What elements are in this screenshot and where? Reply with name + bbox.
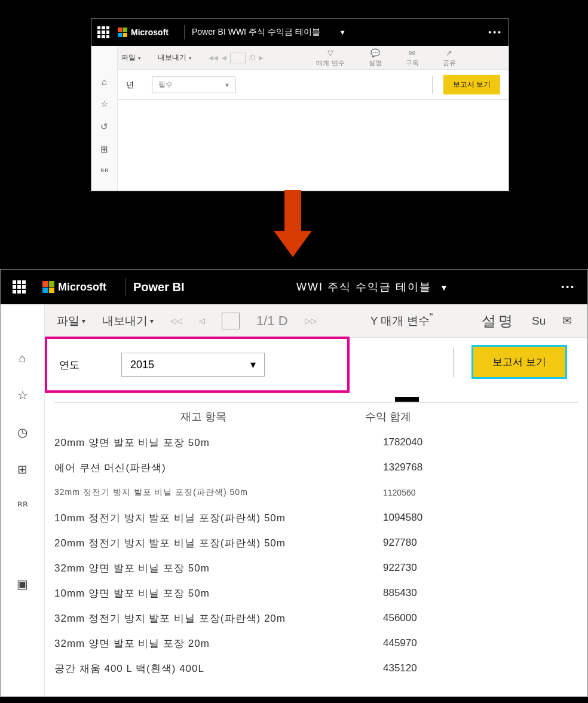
comments-button[interactable]: 설명	[482, 311, 515, 331]
chevron-down-icon: ▾	[225, 81, 229, 89]
first-page-icon[interactable]: ◁◁	[170, 316, 182, 325]
row-value: 922730	[353, 562, 578, 574]
bottom-header: Microsoft Power BI WWI 주식 수익금 테이블 ▼ •••	[1, 270, 587, 304]
home-icon[interactable]: ⌂	[14, 351, 32, 365]
col-revenue[interactable]: 수익 합계	[353, 409, 578, 424]
row-value: 1094580	[353, 512, 578, 524]
row-value: 445970	[353, 637, 578, 649]
table-row[interactable]: 공간 채움 400 L 백(흰색) 400L435120	[54, 656, 578, 681]
prev-page-icon[interactable]: ◁	[199, 316, 205, 325]
hamburger-icon[interactable]	[14, 314, 32, 328]
down-arrow-icon	[275, 190, 311, 262]
export-menu[interactable]: 내보내기▾	[102, 313, 154, 329]
table-row[interactable]: 20mm 양면 발포 비닐 포장 50m1782040	[54, 430, 578, 455]
table-row[interactable]: 32mm 양면 발포 비닐 포장 20m445970	[54, 631, 578, 656]
year-label: 연도	[59, 358, 79, 372]
table-row[interactable]: 20mm 정전기 방지 발포 비닐 포장(파란색) 50m927780	[54, 530, 578, 555]
powerbi-text: Power BI	[133, 280, 185, 294]
table-row[interactable]: 32mm 양면 발포 비닐 포장 50m922730	[54, 555, 578, 580]
top-window: Microsoft Power BI WWI 주식 수익금 테이블 ▼ ••• …	[91, 18, 509, 191]
chevron-down-icon[interactable]: ▼	[339, 29, 346, 36]
apps-icon[interactable]: ⊞	[14, 462, 32, 476]
table-row[interactable]: 10mm 양면 발포 비닐 포장 50m885430	[54, 580, 578, 606]
microsoft-text: Microsoft	[58, 281, 106, 294]
table-header: 재고 항목 수익 합계	[54, 402, 578, 430]
recent-icon[interactable]: ↺	[99, 121, 110, 132]
divider	[184, 25, 185, 39]
row-item: 32mm 양면 발포 비닐 포장 50m	[54, 561, 353, 575]
divider	[432, 76, 433, 94]
row-item: 32mm 정전기 방지 발포 비닐 포장(파란색) 20m	[54, 612, 353, 625]
star-icon[interactable]: ☆	[99, 99, 110, 109]
comments-button[interactable]: 💬설명	[369, 48, 382, 68]
top-param-bar: 년 필수 ▾ 보고서 보기	[118, 70, 509, 100]
top-title[interactable]: Power BI WWI 주식 수익금 테이블	[192, 27, 335, 38]
subscribe-button[interactable]: Su	[532, 314, 546, 328]
microsoft-text: Microsoft	[131, 27, 169, 37]
divider	[125, 278, 126, 296]
table-row[interactable]: 10mm 정전기 방지 발포 비닐 포장(파란색) 50m1094580	[54, 505, 578, 530]
subscribe-button[interactable]: ✉구독	[406, 48, 419, 68]
report-table: 재고 항목 수익 합계 20mm 양면 발포 비닐 포장 50m1782040에…	[45, 396, 587, 696]
bottom-param-bar: 연도 2015 ▾	[45, 337, 350, 393]
more-icon[interactable]: •••	[561, 282, 575, 292]
chevron-down-icon: ▾	[250, 358, 256, 371]
bottom-toolbar: 파일▾ 내보내기▾ ◁◁ ◁ 1/1 D ▷▷ Y 매개 변수" 설명 Su ✉	[1, 304, 587, 338]
chevron-down-icon: ▼	[440, 283, 449, 292]
row-item: 32mm 양면 발포 비닐 포장 20m	[54, 637, 353, 650]
shared-icon[interactable]: ᴿᴿ	[99, 167, 110, 178]
year-label: 년	[126, 80, 134, 90]
row-item: 공간 채움 400 L 백(흰색) 400L	[54, 662, 353, 676]
row-value: 1329768	[353, 461, 578, 473]
home-icon[interactable]: ⌂	[99, 76, 110, 87]
app-launcher-icon[interactable]	[97, 26, 109, 38]
row-item: 20mm 정전기 방지 발포 비닐 포장(파란색) 50m	[54, 536, 353, 550]
row-value: 1120560	[353, 488, 578, 497]
app-launcher-icon[interactable]	[13, 280, 26, 294]
hamburger-icon[interactable]	[99, 53, 110, 64]
star-icon[interactable]: ☆	[14, 388, 32, 402]
row-item: 20mm 양면 발포 비닐 포장 50m	[54, 436, 353, 450]
row-item: 10mm 양면 발포 비닐 포장 50m	[54, 586, 353, 600]
export-menu[interactable]: 내보내기▾	[158, 53, 192, 63]
share-button[interactable]: ↗공유	[443, 48, 456, 68]
row-value: 885430	[353, 587, 578, 599]
col-item[interactable]: 재고 항목	[54, 409, 353, 424]
microsoft-logo-icon	[42, 281, 54, 293]
more-icon[interactable]: •••	[488, 27, 503, 37]
view-report-button[interactable]: 보고서 보기	[443, 75, 500, 94]
page-input[interactable]	[222, 313, 240, 329]
bottom-title[interactable]: WWI 주식 수익금 테이블 ▼	[185, 280, 562, 294]
top-toolbar: 파일▾ 내보내기▾ ◀◀◀ /0 ▶ ▽매개 변수 💬설명 ✉구독 ↗공유	[91, 46, 509, 70]
page-indicator: 1/1 D	[256, 313, 288, 329]
table-row[interactable]: 32mm 정전기 방지 발포 비닐 포장(파란색) 20m456000	[54, 606, 578, 631]
row-value: 1782040	[353, 436, 578, 448]
mail-icon[interactable]: ✉	[562, 314, 572, 328]
next-page-icon[interactable]: ▷▷	[305, 316, 317, 325]
top-header: Microsoft Power BI WWI 주식 수익금 테이블 ▼ •••	[91, 19, 509, 46]
page-nav[interactable]: ◀◀◀ /0 ▶	[209, 53, 264, 63]
top-left-rail: ⌂ ☆ ↺ ⊞ ᴿᴿ	[91, 46, 118, 191]
filter-button[interactable]: ▽매개 변수	[316, 48, 344, 68]
bottom-left-rail: ⌂ ☆ ◷ ⊞ ᴿᴿ ▣	[1, 304, 45, 696]
filter-button[interactable]: Y 매개 변수"	[370, 312, 433, 329]
recent-icon[interactable]: ◷	[14, 425, 32, 439]
year-select[interactable]: 2015 ▾	[121, 353, 265, 377]
right-actions: 보고서 보기	[453, 345, 567, 379]
divider	[453, 347, 454, 377]
apps-icon[interactable]: ⊞	[99, 144, 110, 155]
shared-icon[interactable]: ᴿᴿ	[14, 499, 32, 514]
row-value: 927780	[353, 537, 578, 549]
row-value: 435120	[353, 662, 578, 674]
file-menu[interactable]: 파일▾	[57, 313, 85, 329]
bottom-window: Microsoft Power BI WWI 주식 수익금 테이블 ▼ ••• …	[0, 269, 588, 697]
file-menu[interactable]: 파일▾	[121, 53, 141, 63]
table-row[interactable]: 에어 쿠션 머신(파란색)1329768	[54, 455, 578, 480]
row-value: 456000	[353, 612, 578, 624]
year-select[interactable]: 필수 ▾	[152, 77, 235, 93]
sort-marker	[395, 397, 419, 402]
row-item: 에어 쿠션 머신(파란색)	[54, 461, 353, 475]
workspaces-icon[interactable]: ▣	[14, 577, 32, 591]
table-row[interactable]: 32mm 정전기 방지 발포 비닐 포장(파란색) 50m1120560	[54, 480, 578, 505]
view-report-button[interactable]: 보고서 보기	[471, 345, 567, 379]
